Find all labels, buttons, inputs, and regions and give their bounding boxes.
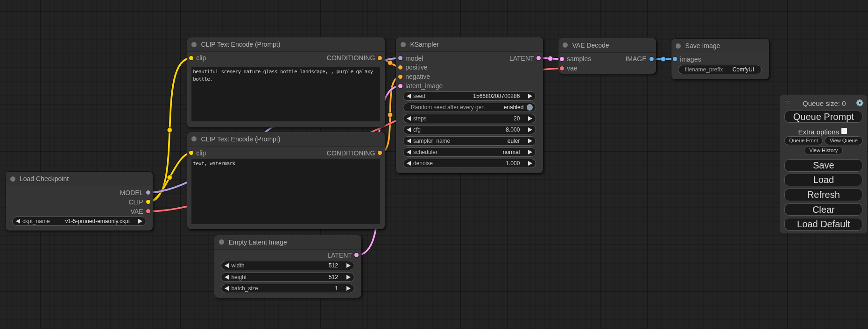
node-save-image[interactable]: Save Image images filename_prefix ComfyU… bbox=[671, 39, 769, 79]
widget-filename-prefix[interactable]: filename_prefix ComfyUI bbox=[678, 65, 762, 74]
input-slot-latent-image[interactable] bbox=[398, 84, 402, 88]
refresh-button[interactable]: Refresh bbox=[784, 189, 862, 201]
widget-value: 1.000 bbox=[506, 159, 520, 168]
decrement-arrow-icon[interactable] bbox=[225, 275, 229, 280]
output-label-latent: LATENT bbox=[509, 54, 534, 63]
toggle-dot-icon[interactable] bbox=[527, 104, 533, 110]
output-slot-vae[interactable] bbox=[146, 209, 150, 213]
node-titlebar[interactable]: KSampler bbox=[396, 37, 543, 51]
input-slot-samples[interactable] bbox=[560, 57, 564, 61]
decrement-arrow-icon[interactable] bbox=[407, 150, 411, 154]
input-slot-images[interactable] bbox=[673, 57, 677, 61]
widget-value: 512 bbox=[329, 261, 338, 270]
link-center-dot bbox=[167, 127, 172, 133]
link-center-dot bbox=[548, 56, 553, 61]
widget-label: filename_prefix bbox=[685, 65, 723, 74]
widget-sampler-name[interactable]: sampler_name euler bbox=[403, 136, 536, 146]
prompt-textarea[interactable] bbox=[191, 159, 380, 224]
widget-random-seed-toggle[interactable]: Random seed after every gen enabled bbox=[403, 103, 536, 112]
queue-size-label: Queue size: 0 bbox=[782, 99, 868, 107]
increment-arrow-icon[interactable] bbox=[138, 219, 142, 224]
link-center-dot bbox=[661, 56, 666, 62]
clear-button[interactable]: Clear bbox=[784, 203, 862, 216]
output-slot-image[interactable] bbox=[649, 57, 654, 61]
input-label-images: images bbox=[680, 55, 701, 64]
input-slot-clip[interactable] bbox=[189, 151, 193, 155]
widget-scheduler[interactable]: scheduler normal bbox=[403, 147, 536, 157]
output-label-latent: LATENT bbox=[327, 251, 352, 260]
increment-arrow-icon[interactable] bbox=[346, 263, 351, 268]
output-label-model: MODEL bbox=[120, 188, 143, 197]
input-label-samples: samples bbox=[567, 54, 591, 63]
input-slot-positive[interactable] bbox=[398, 65, 402, 70]
output-slot-model[interactable] bbox=[146, 190, 150, 195]
queue-prompt-button[interactable]: Queue Prompt bbox=[784, 111, 862, 123]
prompt-textarea[interactable] bbox=[191, 67, 380, 121]
increment-arrow-icon[interactable] bbox=[528, 161, 532, 166]
link-center-dot bbox=[167, 175, 172, 180]
node-title: Save Image bbox=[685, 39, 720, 53]
decrement-arrow-icon[interactable] bbox=[225, 286, 229, 291]
widget-width[interactable]: width 512 bbox=[221, 261, 354, 270]
widget-label: cfg bbox=[413, 126, 421, 134]
decrement-arrow-icon[interactable] bbox=[16, 219, 20, 224]
node-load-checkpoint[interactable]: Load Checkpoint MODEL CLIP VAE ckpt_name… bbox=[6, 172, 153, 231]
input-label-clip: clip bbox=[196, 53, 206, 63]
widget-value: v1-5-pruned-emaonly.ckpt bbox=[65, 217, 130, 225]
node-titlebar[interactable]: Load Checkpoint bbox=[6, 172, 153, 186]
decrement-arrow-icon[interactable] bbox=[407, 127, 411, 132]
output-slot-conditioning[interactable] bbox=[378, 56, 382, 60]
decrement-arrow-icon[interactable] bbox=[407, 116, 411, 121]
widget-batch-size[interactable]: batch_size 1 bbox=[221, 284, 354, 293]
widget-label: height bbox=[231, 273, 247, 281]
output-slot-clip[interactable] bbox=[146, 200, 150, 204]
increment-arrow-icon[interactable] bbox=[528, 94, 532, 98]
queue-front-button[interactable]: Queue Front bbox=[784, 136, 823, 145]
widget-height[interactable]: height 512 bbox=[221, 273, 354, 282]
settings-gear-icon[interactable] bbox=[856, 99, 863, 106]
widget-seed[interactable]: seed 156680208700286 bbox=[403, 91, 536, 101]
node-clip-text-encode-positive[interactable]: CLIP Text Encode (Prompt) clip CONDITION… bbox=[187, 37, 385, 127]
increment-arrow-icon[interactable] bbox=[528, 150, 532, 154]
input-slot-vae[interactable] bbox=[560, 66, 564, 70]
widget-cfg[interactable]: cfg 8.000 bbox=[403, 125, 536, 134]
output-slot-conditioning[interactable] bbox=[378, 151, 382, 155]
load-default-button[interactable]: Load Default bbox=[784, 218, 862, 231]
node-titlebar[interactable]: CLIP Text Encode (Prompt) bbox=[187, 37, 385, 51]
input-slot-clip[interactable] bbox=[189, 56, 193, 60]
increment-arrow-icon[interactable] bbox=[346, 275, 351, 280]
increment-arrow-icon[interactable] bbox=[528, 139, 532, 143]
widget-ckpt-name[interactable]: ckpt_name v1-5-pruned-emaonly.ckpt bbox=[12, 217, 146, 226]
output-slot-latent[interactable] bbox=[354, 253, 359, 257]
input-label-model: model bbox=[405, 54, 423, 63]
widget-denoise[interactable]: denoise 1.000 bbox=[403, 159, 536, 168]
input-slot-model[interactable] bbox=[398, 56, 402, 60]
widget-steps[interactable]: steps 20 bbox=[403, 114, 536, 123]
output-slot-latent[interactable] bbox=[536, 56, 541, 60]
node-titlebar[interactable]: Save Image bbox=[671, 39, 769, 53]
increment-arrow-icon[interactable] bbox=[528, 127, 532, 132]
extra-options-checkbox[interactable] bbox=[841, 128, 847, 134]
decrement-arrow-icon[interactable] bbox=[407, 161, 411, 166]
decrement-arrow-icon[interactable] bbox=[225, 263, 229, 268]
node-ksampler[interactable]: KSampler model positive negative latent_… bbox=[396, 37, 543, 173]
widget-value: enabled bbox=[504, 103, 524, 112]
node-clip-text-encode-negative[interactable]: CLIP Text Encode (Prompt) clip CONDITION… bbox=[187, 132, 385, 229]
widget-label: denoise bbox=[413, 159, 433, 168]
view-history-button[interactable]: View History bbox=[804, 146, 843, 155]
node-empty-latent-image[interactable]: Empty Latent Image LATENT width 512 heig… bbox=[214, 235, 361, 298]
node-titlebar[interactable]: CLIP Text Encode (Prompt) bbox=[187, 132, 385, 146]
load-button[interactable]: Load bbox=[784, 174, 862, 186]
widget-value: 1 bbox=[335, 284, 338, 293]
increment-arrow-icon[interactable] bbox=[528, 116, 532, 121]
widget-value: 8.000 bbox=[506, 126, 520, 134]
node-vae-decode[interactable]: VAE Decode samples vae IMAGE bbox=[558, 38, 656, 74]
node-titlebar[interactable]: Empty Latent Image bbox=[214, 235, 361, 249]
view-queue-button[interactable]: View Queue bbox=[825, 136, 863, 145]
decrement-arrow-icon[interactable] bbox=[407, 94, 411, 98]
save-button[interactable]: Save bbox=[784, 159, 862, 172]
decrement-arrow-icon[interactable] bbox=[407, 139, 411, 143]
node-titlebar[interactable]: VAE Decode bbox=[558, 38, 656, 52]
input-slot-negative[interactable] bbox=[398, 75, 402, 79]
increment-arrow-icon[interactable] bbox=[346, 286, 351, 291]
